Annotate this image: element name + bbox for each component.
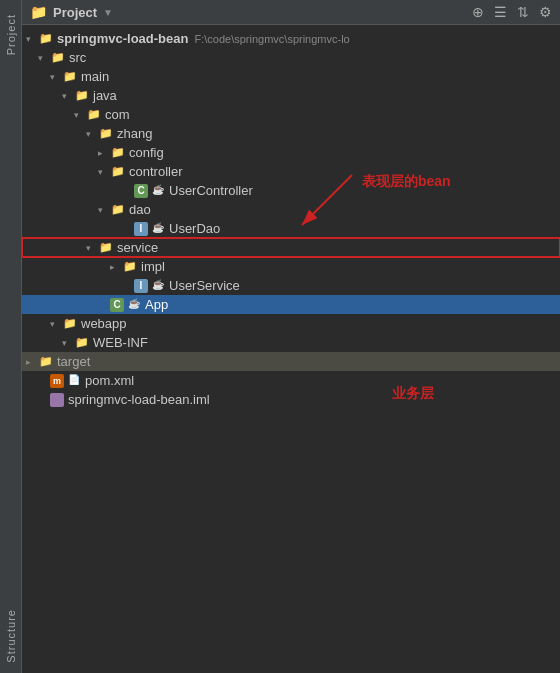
tree-row-userdao[interactable]: I ☕ UserDao	[22, 219, 560, 238]
folder-controller-icon: 📁	[110, 165, 126, 179]
project-icon: 📁	[38, 32, 54, 46]
java-file-icon-service: ☕	[150, 279, 166, 293]
class-badge-c2: C	[110, 298, 124, 312]
arrow-java	[62, 91, 74, 101]
arrow-src	[38, 53, 50, 63]
toolbar: 📁 Project ▼ ⊕ ☰ ⇅ ⚙	[22, 0, 560, 25]
class-badge-c: C	[134, 184, 148, 198]
annotation-service-label: 业务层	[392, 385, 434, 403]
tree-row-pomxml[interactable]: m 📄 pom.xml	[22, 371, 560, 390]
folder-java-icon: 📁	[74, 89, 90, 103]
tree-row-zhang[interactable]: 📁 zhang	[22, 124, 560, 143]
arrow-service	[86, 243, 98, 253]
list-icon[interactable]: ☰	[494, 4, 507, 20]
folder-webinf-icon: 📁	[74, 336, 90, 350]
tree-row-java[interactable]: 📁 java	[22, 86, 560, 105]
label-zhang: zhang	[117, 126, 152, 141]
dropdown-icon[interactable]: ▼	[103, 7, 113, 18]
folder-com-icon: 📁	[86, 108, 102, 122]
toolbar-title: 📁 Project ▼	[30, 4, 113, 20]
tree-row-usercontroller[interactable]: C ☕ UserController	[22, 181, 560, 200]
tree-row-dao[interactable]: 📁 dao	[22, 200, 560, 219]
tree-row-service[interactable]: 📁 service	[22, 238, 560, 257]
side-panel: Project Structure	[0, 0, 22, 673]
folder-src-icon: 📁	[50, 51, 66, 65]
folder-impl-icon: 📁	[122, 260, 138, 274]
arrow-target	[26, 357, 38, 367]
label-dao: dao	[129, 202, 151, 217]
arrow-webapp	[50, 319, 62, 329]
interface-badge-i2: I	[134, 279, 148, 293]
arrow-main	[50, 72, 62, 82]
java-file-icon-dao: ☕	[150, 222, 166, 236]
arrow-impl	[110, 262, 122, 272]
label-main: main	[81, 69, 109, 84]
tree-row-src[interactable]: 📁 src	[22, 48, 560, 67]
label-root: springmvc-load-bean	[57, 31, 188, 46]
path-label: F:\code\springmvc\springmvc-lo	[194, 33, 349, 45]
tree-row-root[interactable]: 📁 springmvc-load-bean F:\code\springmvc\…	[22, 29, 560, 48]
label-config: config	[129, 145, 164, 160]
label-src: src	[69, 50, 86, 65]
folder-zhang-icon: 📁	[98, 127, 114, 141]
label-iml: springmvc-load-bean.iml	[68, 392, 210, 407]
xml-file-icon: 📄	[66, 374, 82, 388]
tree-row-impl[interactable]: 📁 impl	[22, 257, 560, 276]
folder-dao-icon: 📁	[110, 203, 126, 217]
arrow-com	[74, 110, 86, 120]
tree-row-iml[interactable]: springmvc-load-bean.iml	[22, 390, 560, 409]
tree-row-app[interactable]: C ☕ App	[22, 295, 560, 314]
folder-service-icon: 📁	[98, 241, 114, 255]
interface-badge-i: I	[134, 222, 148, 236]
structure-tab-label[interactable]: Structure	[5, 609, 17, 663]
collapse-icon[interactable]: ⇅	[517, 4, 529, 20]
java-file-icon-controller: ☕	[150, 184, 166, 198]
label-target: target	[57, 354, 90, 369]
tree-row-main[interactable]: 📁 main	[22, 67, 560, 86]
label-service: service	[117, 240, 158, 255]
tree-row-webinf[interactable]: 📁 WEB-INF	[22, 333, 560, 352]
tree-row-controller[interactable]: 📁 controller	[22, 162, 560, 181]
label-usercontroller: UserController	[169, 183, 253, 198]
label-pomxml: pom.xml	[85, 373, 134, 388]
label-webinf: WEB-INF	[93, 335, 148, 350]
label-app: App	[145, 297, 168, 312]
maven-badge: m	[50, 374, 64, 388]
arrow-controller	[98, 167, 110, 177]
folder-webapp-icon: 📁	[62, 317, 78, 331]
tree-row-config[interactable]: 📁 config	[22, 143, 560, 162]
arrow-root	[26, 34, 38, 44]
tree-row-target[interactable]: 📁 target	[22, 352, 560, 371]
label-userservice: UserService	[169, 278, 240, 293]
iml-badge	[50, 393, 64, 407]
arrow-dao	[98, 205, 110, 215]
project-tab-label[interactable]: Project	[5, 14, 17, 55]
label-webapp: webapp	[81, 316, 127, 331]
label-com: com	[105, 107, 130, 122]
settings-icon[interactable]: ⚙	[539, 4, 552, 20]
folder-main-icon: 📁	[62, 70, 78, 84]
toolbar-icons: ⊕ ☰ ⇅ ⚙	[472, 4, 552, 20]
arrow-zhang	[86, 129, 98, 139]
folder-target-icon: 📁	[38, 355, 54, 369]
label-impl: impl	[141, 259, 165, 274]
tree-row-userservice[interactable]: I ☕ UserService	[22, 276, 560, 295]
toolbar-project-label: Project	[53, 5, 97, 20]
java-file-icon-app: ☕	[126, 298, 142, 312]
folder-config-icon: 📁	[110, 146, 126, 160]
add-icon[interactable]: ⊕	[472, 4, 484, 20]
label-controller: controller	[129, 164, 182, 179]
label-userdao: UserDao	[169, 221, 220, 236]
tree-row-webapp[interactable]: 📁 webapp	[22, 314, 560, 333]
annotation-bean-label: 表现层的bean	[362, 173, 451, 191]
project-tree: 📁 springmvc-load-bean F:\code\springmvc\…	[22, 25, 560, 673]
arrow-config	[98, 148, 110, 158]
folder-icon: 📁	[30, 4, 47, 20]
main-panel: 📁 Project ▼ ⊕ ☰ ⇅ ⚙ 📁 springmvc-load-bea…	[22, 0, 560, 673]
label-java: java	[93, 88, 117, 103]
tree-row-com[interactable]: 📁 com	[22, 105, 560, 124]
arrow-webinf	[62, 338, 74, 348]
